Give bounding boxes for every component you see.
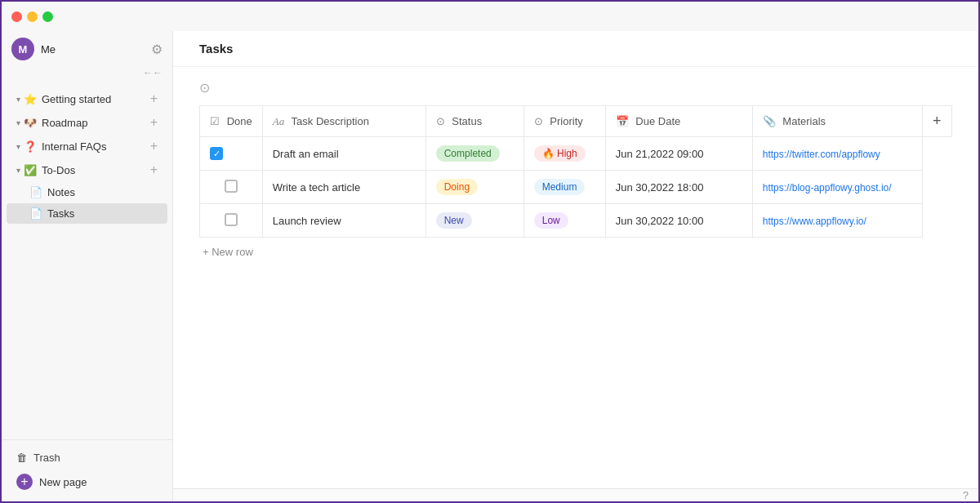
sidebar-item-label: Getting started bbox=[42, 93, 150, 105]
tasks-icon: 📄 bbox=[29, 207, 42, 220]
material-link[interactable]: https://blog-appflowy.ghost.io/ bbox=[763, 182, 892, 194]
materials-col-label: Materials bbox=[782, 115, 826, 127]
col-status: ⊙ Status bbox=[425, 106, 523, 137]
add-column-button[interactable]: + bbox=[923, 106, 952, 137]
sidebar: M Me ⚙ ←← ▾ ⭐ Getting started + ▾ 🐶 Road… bbox=[2, 31, 173, 501]
done-col-icon: ☑ bbox=[210, 115, 220, 127]
col-materials: 📎 Materials bbox=[752, 106, 922, 137]
main-footer: ? bbox=[173, 488, 978, 501]
notes-label: Notes bbox=[47, 186, 75, 198]
priority-badge: Low bbox=[534, 212, 568, 229]
desc-col-label: Task Description bbox=[292, 115, 369, 127]
title-bar bbox=[2, 2, 978, 31]
main-header: Tasks bbox=[173, 31, 978, 67]
sidebar-item-tasks[interactable]: 📄 Tasks bbox=[7, 203, 167, 224]
done-checkbox[interactable] bbox=[210, 147, 223, 160]
internal-faqs-icon: ❓ bbox=[24, 140, 37, 153]
table-row: Write a tech article Doing Medium Jun 30… bbox=[200, 171, 952, 204]
avatar: M bbox=[11, 38, 34, 60]
new-page-button[interactable]: + New page bbox=[11, 469, 163, 495]
sidebar-item-roadmap[interactable]: ▾ 🐶 Roadmap + bbox=[7, 111, 167, 134]
help-icon[interactable]: ? bbox=[963, 489, 969, 501]
arrow-icon: ▾ bbox=[16, 95, 20, 104]
add-getting-started-button[interactable]: + bbox=[150, 91, 158, 106]
col-done: ☑ Done bbox=[200, 106, 263, 137]
priority-col-icon: ⊙ bbox=[534, 115, 543, 127]
date-col-icon: 📅 bbox=[616, 115, 629, 127]
page-title: Tasks bbox=[199, 42, 233, 56]
material-cell[interactable]: https://blog-appflowy.ghost.io/ bbox=[752, 171, 922, 204]
sidebar-item-to-dos[interactable]: ▾ ✅ To-Dos + bbox=[7, 158, 167, 181]
add-todos-button[interactable]: + bbox=[150, 162, 158, 177]
sidebar-item-internal-faqs[interactable]: ▾ ❓ Internal FAQs + bbox=[7, 135, 167, 158]
col-priority: ⊙ Priority bbox=[523, 106, 605, 137]
status-col-icon: ⊙ bbox=[436, 115, 445, 127]
trash-button[interactable]: 🗑 Trash bbox=[11, 447, 163, 469]
getting-started-icon: ⭐ bbox=[24, 93, 37, 105]
main-content: Tasks ⊙ ☑ Done Aa Task Description bbox=[173, 31, 978, 501]
priority-badge: Medium bbox=[534, 179, 586, 195]
user-row: M Me bbox=[11, 38, 56, 60]
priority-cell[interactable]: Medium bbox=[523, 171, 605, 204]
material-link[interactable]: https://www.appflowy.io/ bbox=[763, 216, 866, 227]
task-table: ☑ Done Aa Task Description ⊙ Status ⊙ bbox=[199, 105, 952, 238]
materials-col-icon: 📎 bbox=[763, 115, 776, 127]
priority-badge: 🔥 High bbox=[534, 145, 586, 162]
task-cell[interactable]: Write a tech article bbox=[262, 171, 425, 204]
done-checkbox[interactable] bbox=[225, 213, 238, 226]
status-cell[interactable]: New bbox=[425, 204, 523, 238]
roadmap-icon: 🐶 bbox=[24, 117, 37, 129]
status-cell[interactable]: Doing bbox=[425, 171, 523, 204]
maximize-button[interactable] bbox=[42, 11, 53, 22]
minimize-button[interactable] bbox=[27, 11, 38, 22]
new-page-label: New page bbox=[39, 476, 87, 488]
date-cell[interactable]: Jun 21,2022 09:00 bbox=[605, 137, 752, 171]
add-faqs-button[interactable]: + bbox=[150, 139, 158, 154]
arrow-icon: ▾ bbox=[16, 142, 20, 151]
done-checkbox[interactable] bbox=[225, 180, 238, 193]
collapse-sidebar-button[interactable]: ←← bbox=[143, 67, 163, 78]
done-col-label: Done bbox=[227, 115, 252, 127]
notes-icon: 📄 bbox=[29, 186, 42, 198]
trash-label: Trash bbox=[33, 452, 60, 464]
status-badge: New bbox=[436, 212, 472, 229]
to-dos-icon: ✅ bbox=[24, 164, 37, 176]
sidebar-item-label: Roadmap bbox=[42, 117, 150, 129]
settings-icon[interactable]: ⚙ bbox=[151, 42, 163, 57]
done-cell[interactable] bbox=[200, 137, 263, 171]
priority-cell[interactable]: 🔥 High bbox=[523, 137, 605, 171]
new-row-button[interactable]: + New row bbox=[199, 239, 952, 265]
add-roadmap-button[interactable]: + bbox=[150, 115, 158, 130]
material-link[interactable]: https://twitter.com/appflowy bbox=[763, 149, 880, 160]
date-cell[interactable]: Jun 30,2022 18:00 bbox=[605, 171, 752, 204]
new-row-label: + New row bbox=[203, 246, 253, 258]
sidebar-bottom: 🗑 Trash + New page bbox=[2, 439, 172, 501]
sidebar-item-getting-started[interactable]: ▾ ⭐ Getting started + bbox=[7, 87, 167, 110]
sidebar-item-label: To-Dos bbox=[42, 164, 150, 176]
arrow-icon: ▾ bbox=[16, 118, 20, 127]
material-cell[interactable]: https://twitter.com/appflowy bbox=[752, 137, 922, 171]
done-cell[interactable] bbox=[200, 171, 263, 204]
done-cell[interactable] bbox=[200, 204, 263, 238]
material-cell[interactable]: https://www.appflowy.io/ bbox=[752, 204, 922, 238]
table-row: Launch review New Low Jun 30,2022 10:00 … bbox=[200, 204, 952, 238]
sidebar-item-notes[interactable]: 📄 Notes bbox=[7, 182, 167, 203]
close-button[interactable] bbox=[11, 11, 22, 22]
sidebar-top: M Me ⚙ bbox=[2, 31, 172, 67]
tasks-label: Tasks bbox=[47, 207, 74, 220]
status-badge: Completed bbox=[436, 145, 500, 162]
traffic-lights bbox=[11, 11, 53, 22]
status-cell[interactable]: Completed bbox=[425, 137, 523, 171]
sidebar-item-label: Internal FAQs bbox=[42, 140, 150, 153]
task-cell[interactable]: Launch review bbox=[262, 204, 425, 238]
task-cell[interactable]: Draft an email bbox=[262, 137, 425, 171]
grid-view-icon[interactable]: ⊙ bbox=[199, 80, 952, 96]
date-cell[interactable]: Jun 30,2022 10:00 bbox=[605, 204, 752, 238]
col-due-date: 📅 Due Date bbox=[605, 106, 752, 137]
desc-col-icon: Aa bbox=[273, 115, 284, 127]
new-page-plus-icon: + bbox=[16, 474, 33, 490]
sidebar-nav: ▾ ⭐ Getting started + ▾ 🐶 Roadmap + ▾ ❓ … bbox=[2, 83, 172, 439]
priority-cell[interactable]: Low bbox=[523, 204, 605, 238]
main-body: ⊙ ☑ Done Aa Task Description ⊙ bbox=[173, 67, 978, 488]
app-container: M Me ⚙ ←← ▾ ⭐ Getting started + ▾ 🐶 Road… bbox=[2, 31, 978, 501]
